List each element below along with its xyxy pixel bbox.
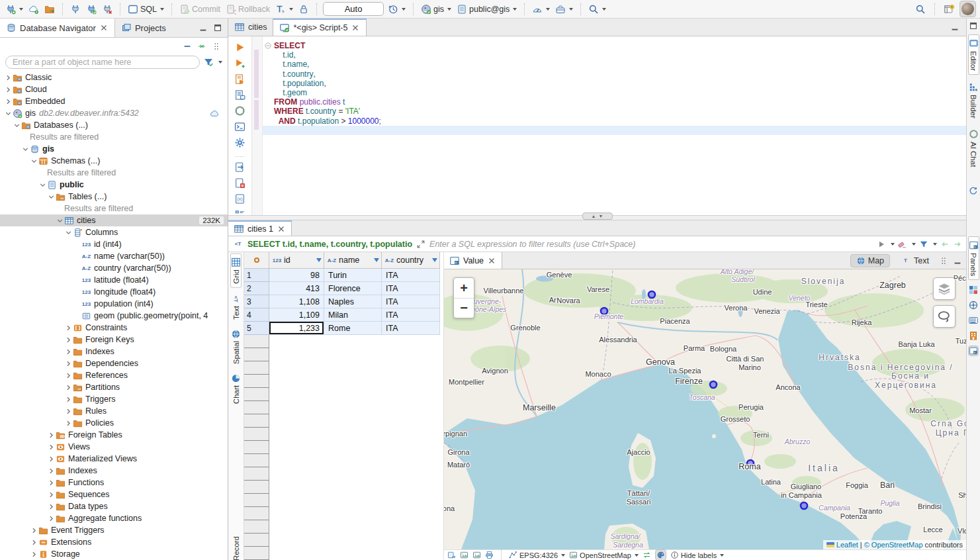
row-number[interactable]: 5 [244,322,269,335]
zoom-in-button[interactable]: + [454,278,474,298]
collapse-all-icon[interactable] [183,42,192,51]
close-icon[interactable] [99,23,109,32]
tree-item-columns[interactable]: Columns [0,226,228,238]
row-number[interactable]: 4 [244,308,269,322]
sort-arrow-icon[interactable] [432,258,437,262]
leaflet-map[interactable]: GenèveVilleurbanneAnnecyVareseNovaraLomb… [444,269,966,549]
aggregate-panel-icon[interactable] [968,315,979,326]
splitter-handle[interactable]: ▲▼ [582,212,613,220]
column-header-name[interactable]: A-Zname [324,252,382,268]
crs-caret[interactable] [561,554,565,557]
tree-item-indexes[interactable]: Indexes [0,346,228,357]
chevron-right-icon[interactable] [64,371,73,380]
tree-item-data-types[interactable]: Data types [0,500,228,512]
chevron-right-icon[interactable] [64,383,73,392]
chevron-right-icon[interactable] [64,348,73,356]
hide-labels-caret[interactable] [720,554,724,557]
minimize-icon[interactable] [950,23,959,32]
tree-item-extensions[interactable]: Extensions [0,536,228,548]
transaction-log-button[interactable] [386,3,407,16]
chevron-right-icon[interactable] [47,431,56,440]
basemap-selector[interactable]: OpenStreetMap [569,551,639,559]
export-map-icon[interactable] [447,551,456,559]
tab-projects[interactable]: Projects [115,19,172,37]
tree-item-policies[interactable]: Policies [0,417,228,429]
sort-arrow-icon[interactable] [316,258,322,262]
cell-name[interactable]: Florence [324,282,382,295]
tree-item-country-varchar-50[interactable]: A-Zcountry (varchar(50)) [0,262,228,274]
tab-text[interactable]: Text<T [231,291,241,323]
chevron-right-icon[interactable] [64,324,73,332]
settings-gear-icon[interactable] [234,137,245,148]
chevron-right-icon[interactable] [47,490,56,499]
theme-toggle-button[interactable] [655,549,666,560]
link-with-editor-icon[interactable] [197,42,206,51]
back-arrow-icon[interactable] [940,240,950,249]
tree-item-classic[interactable]: Classic [0,71,228,83]
cell-country[interactable]: ITA [382,308,440,322]
cell-country[interactable]: ITA [382,322,440,335]
horizontal-splitter[interactable]: ▲▼ [228,215,966,220]
cell-id[interactable]: 98 [269,269,324,282]
eraser-caret[interactable] [912,243,916,246]
chevron-down-icon[interactable] [56,216,64,225]
execute-new-tab-icon[interactable] [234,58,245,69]
active-database-selector[interactable]: gis [420,3,453,16]
tree-item-rules[interactable]: Rules [0,405,228,417]
execute-script-icon[interactable] [234,73,245,85]
cloud-connections-button[interactable] [27,3,40,16]
cell-name[interactable]: Milan [324,308,382,322]
chevron-right-icon[interactable] [47,443,56,451]
chevron-down-icon[interactable] [64,228,73,237]
view-menu-icon[interactable] [212,42,221,51]
tab-builder[interactable]: Builder [969,79,979,122]
dashboard-caret[interactable] [546,8,550,11]
explain-plan-icon[interactable] [234,89,245,101]
perspective-button[interactable] [942,3,956,16]
tree-item-triggers[interactable]: Triggers [0,393,228,405]
tab-cities-1[interactable]: cities 1 [228,220,292,236]
tree-item-references[interactable]: References [0,369,228,381]
tab-editor[interactable]: Editor [968,34,979,75]
new-connection-caret[interactable] [19,8,23,11]
map-marker-naples[interactable] [801,502,807,509]
rollback-button[interactable]: Rollback [224,3,271,16]
close-icon[interactable] [351,23,360,32]
chevron-down-icon[interactable] [13,121,21,130]
chevron-right-icon[interactable] [47,467,56,475]
object-filter-input[interactable] [5,56,200,69]
commit-button[interactable]: Commit [178,3,222,16]
disconnect-button[interactable] [101,3,114,16]
chevron-down-icon[interactable] [4,109,13,118]
cell-country[interactable]: ITA [382,282,440,295]
row-number[interactable]: 2 [244,282,269,295]
save-image-icon[interactable] [460,551,468,559]
maximize-icon[interactable] [213,23,222,32]
row-number[interactable]: 3 [244,295,269,308]
cell-country[interactable]: ITA [382,269,440,282]
map-marker-rome[interactable] [747,460,754,467]
lasso-select-button[interactable] [933,305,956,328]
cell-country[interactable]: ITA [382,295,440,308]
cell-id[interactable]: 413 [269,282,324,295]
map-view-button[interactable]: Map [850,254,890,267]
fold-minus-icon[interactable] [264,42,273,50]
search-caret[interactable] [602,8,606,11]
tab-value[interactable]: Value [444,252,502,269]
text-view-button[interactable]: TText [895,255,934,267]
sql-code-area[interactable]: SELECT t.id, t.name, t.country, t.popula… [263,36,966,215]
tab-ai-chat[interactable]: AI Chat [969,126,979,170]
tab-chart[interactable]: Chart [231,370,241,407]
tab-grid[interactable]: Grid [230,254,242,288]
column-header-country[interactable]: A-Zcountry [382,252,440,268]
chevron-right-icon[interactable] [4,85,13,94]
tree-item-cloud[interactable]: Cloud [0,83,228,95]
tab-script5[interactable]: *<gis> Script-5 [273,19,367,36]
maximize-icon[interactable] [969,21,978,30]
tree-item-indexes[interactable]: Indexes [0,465,228,477]
tree-item-cities[interactable]: cities232K [0,214,228,226]
tree-item-public[interactable]: public [0,179,228,191]
chevron-down-icon[interactable] [21,145,30,154]
forward-arrow-icon[interactable] [953,240,962,249]
filters-icon[interactable] [919,240,928,249]
